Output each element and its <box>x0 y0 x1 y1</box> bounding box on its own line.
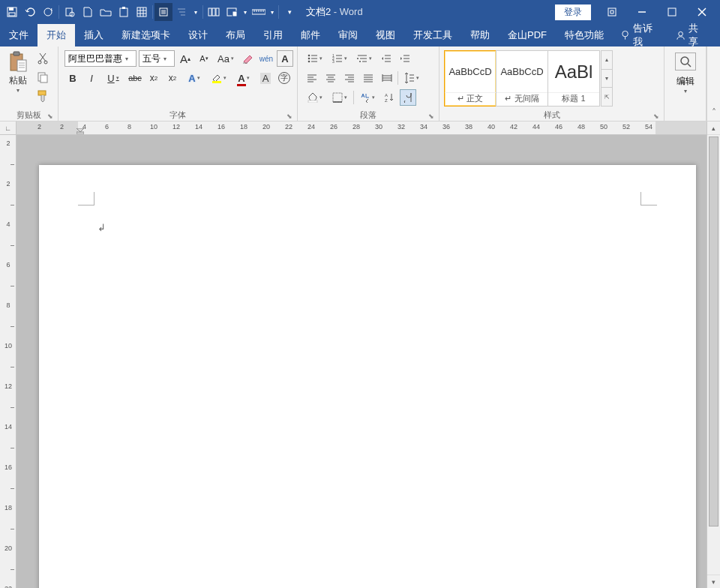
outline-view-icon[interactable] <box>172 3 190 21</box>
align-center-button[interactable] <box>322 70 339 86</box>
tab-layout[interactable]: 布局 <box>217 24 254 46</box>
style-heading1[interactable]: AaBl 标题 1 <box>548 50 600 106</box>
reading-view-icon[interactable] <box>154 3 172 21</box>
strikethrough-button[interactable]: abc <box>127 70 143 86</box>
clipboard-launcher-icon[interactable]: ⬊ <box>47 112 53 120</box>
scroll-up-icon[interactable]: ▴ <box>707 122 720 135</box>
svg-rect-8 <box>137 8 146 16</box>
tab-references[interactable]: 引用 <box>254 24 292 46</box>
open-icon[interactable] <box>97 3 115 21</box>
columns-icon[interactable] <box>205 3 223 21</box>
highlight-button[interactable]: ▾ <box>208 70 230 86</box>
styles-launcher-icon[interactable]: ⬊ <box>653 112 659 120</box>
style-normal[interactable]: AaBbCcD ↵ 正文 <box>444 50 496 106</box>
justify-button[interactable] <box>360 70 376 86</box>
italic-button[interactable]: I <box>83 70 100 86</box>
qat-dd2-icon[interactable]: ▾ <box>241 3 250 21</box>
shading-button[interactable]: ▾ <box>304 89 326 106</box>
line-spacing-button[interactable]: ▾ <box>400 70 423 86</box>
grow-font-icon[interactable]: A▴ <box>177 50 194 67</box>
increase-indent-button[interactable] <box>397 50 413 67</box>
close-icon[interactable] <box>687 0 717 24</box>
tab-help[interactable]: 帮助 <box>461 24 499 46</box>
phonetic-guide-button[interactable]: wén <box>258 50 274 67</box>
qat-customize-icon[interactable]: ▾ <box>280 3 298 21</box>
find-button[interactable]: 编辑 ▾ <box>668 48 703 109</box>
document-canvas[interactable]: ↲ <box>16 135 706 588</box>
tell-me[interactable]: 告诉我 <box>613 22 668 49</box>
show-marks-button[interactable] <box>400 89 416 106</box>
char-shading-button[interactable]: A <box>257 70 274 86</box>
indent-marker-icon[interactable] <box>76 128 84 134</box>
text-effects-button[interactable]: A▾ <box>183 70 206 86</box>
cut-icon[interactable] <box>34 50 51 67</box>
para-launcher-icon[interactable]: ⬊ <box>428 112 434 120</box>
tab-selector-icon[interactable]: ∟ <box>0 122 16 135</box>
insert-obj-icon[interactable] <box>223 3 241 21</box>
paste-qat-icon[interactable] <box>115 3 133 21</box>
subscript-button[interactable]: x2 <box>146 70 162 86</box>
distribute-button[interactable] <box>379 70 395 86</box>
tab-insert[interactable]: 插入 <box>75 24 112 46</box>
borders-button[interactable]: ▾ <box>328 89 351 106</box>
table-qat-icon[interactable] <box>133 3 151 21</box>
page[interactable]: ↲ <box>39 165 696 588</box>
font-family-combo[interactable]: 阿里巴巴普惠▾ <box>64 50 136 67</box>
tab-design[interactable]: 设计 <box>179 24 217 46</box>
maximize-icon[interactable] <box>657 0 687 24</box>
tab-file[interactable]: 文件 <box>0 24 38 46</box>
sort-button[interactable]: AZ <box>381 89 398 106</box>
tab-review[interactable]: 审阅 <box>329 24 367 46</box>
scrollbar-thumb[interactable] <box>709 136 718 526</box>
change-case-button[interactable]: Aa▾ <box>214 50 237 67</box>
tab-newtab[interactable]: 新建选项卡 <box>112 24 179 46</box>
font-size-combo[interactable]: 五号▾ <box>139 50 175 67</box>
login-button[interactable]: 登录 <box>555 4 591 20</box>
enclose-char-button[interactable]: 字 <box>276 70 292 86</box>
share-button[interactable]: 共享 <box>668 22 714 49</box>
redo-icon[interactable] <box>39 3 57 21</box>
qat-dd-icon[interactable]: ▾ <box>190 3 201 21</box>
undo-icon[interactable] <box>21 3 39 21</box>
tab-developer[interactable]: 开发工具 <box>404 24 461 46</box>
align-left-button[interactable] <box>304 70 320 86</box>
print-preview-icon[interactable] <box>61 3 79 21</box>
bold-button[interactable]: B <box>64 70 81 86</box>
tab-home[interactable]: 开始 <box>38 24 75 46</box>
style-scroll-up-icon[interactable]: ▴ <box>602 51 612 70</box>
decrease-indent-button[interactable] <box>378 50 394 67</box>
scroll-down-icon[interactable]: ▾ <box>707 574 720 588</box>
qat-dd3-icon[interactable]: ▾ <box>268 3 277 21</box>
style-expand-icon[interactable]: ⇱ <box>602 88 612 106</box>
clear-format-icon[interactable] <box>239 50 256 67</box>
horizontal-ruler[interactable]: 2246810121416182022242628303234363840424… <box>16 122 706 135</box>
copy-icon[interactable] <box>34 69 51 86</box>
tab-mail[interactable]: 邮件 <box>292 24 329 46</box>
underline-button[interactable]: U▾ <box>102 70 124 86</box>
tab-feature[interactable]: 特色功能 <box>556 24 613 46</box>
numbering-button[interactable]: 123▾ <box>328 50 351 67</box>
minimize-icon[interactable] <box>627 0 657 24</box>
char-border-button[interactable]: A <box>277 50 293 67</box>
save-icon[interactable] <box>3 3 21 21</box>
font-launcher-icon[interactable]: ⬊ <box>286 112 292 120</box>
collapse-ribbon-icon[interactable]: ˄ <box>706 46 720 121</box>
ruler-toggle-icon[interactable] <box>250 3 268 21</box>
style-no-spacing[interactable]: AaBbCcD ↵ 无间隔 <box>496 50 548 106</box>
style-scroll-down-icon[interactable]: ▾ <box>602 70 612 88</box>
vertical-scrollbar[interactable]: ▴ ▾ <box>706 122 720 588</box>
multilevel-list-button[interactable]: ▾ <box>353 50 376 67</box>
new-doc-icon[interactable] <box>79 3 97 21</box>
ribbon-options-icon[interactable] <box>597 0 627 24</box>
paste-button[interactable]: 粘贴 ▾ <box>3 48 33 94</box>
tab-pdf[interactable]: 金山PDF <box>499 24 556 46</box>
superscript-button[interactable]: x2 <box>164 70 181 86</box>
asian-layout-button[interactable]: ▾ <box>356 89 379 106</box>
align-right-button[interactable] <box>341 70 358 86</box>
font-color-button[interactable]: A▾ <box>232 70 255 86</box>
tab-view[interactable]: 视图 <box>367 24 404 46</box>
ruler-tick: 2 <box>0 180 16 188</box>
shrink-font-icon[interactable]: A▾ <box>196 50 212 67</box>
format-painter-icon[interactable] <box>34 88 51 104</box>
bullets-button[interactable]: ▾ <box>304 50 326 67</box>
